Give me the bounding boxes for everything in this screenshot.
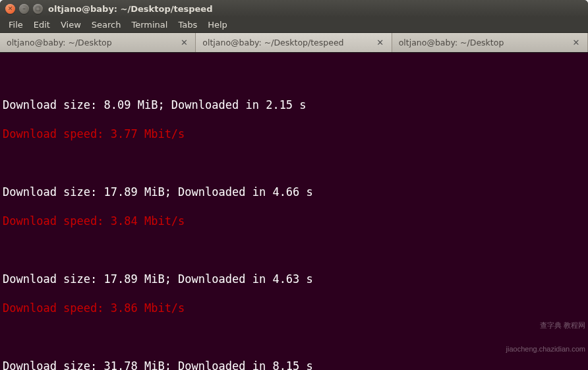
download-speed-line: Download speed: 3.86 Mbit/s (3, 301, 585, 315)
menubar: File Edit View Search Terminal Tabs Help (0, 17, 588, 33)
terminal-output[interactable]: Download size: 8.09 MiB; Downloaded in 2… (0, 53, 588, 370)
close-icon[interactable]: ✕ (5, 4, 15, 14)
menu-help[interactable]: Help (203, 18, 232, 31)
tab-2-active[interactable]: oltjano@baby: ~/Desktop/tespeed ✕ (196, 33, 392, 52)
output-line: Download size: 31.78 MiB; Downloaded in … (3, 359, 585, 370)
menu-search[interactable]: Search (87, 18, 126, 31)
watermark-text: jiaocheng.chazidian.com (506, 345, 585, 353)
tab-1[interactable]: oltjano@baby: ~/Desktop ✕ (0, 33, 196, 52)
tab-3[interactable]: oltjano@baby: ~/Desktop ✕ (392, 33, 588, 52)
terminal-window: ✕ – ▢ oltjano@baby: ~/Desktop/tespeed Fi… (0, 0, 588, 370)
tab-label: oltjano@baby: ~/Desktop (7, 38, 175, 47)
minimize-icon[interactable]: – (19, 4, 29, 14)
close-icon[interactable]: ✕ (179, 38, 189, 47)
download-speed-line: Download speed: 3.77 Mbit/s (3, 127, 585, 141)
titlebar[interactable]: ✕ – ▢ oltjano@baby: ~/Desktop/tespeed (0, 0, 588, 17)
close-icon[interactable]: ✕ (376, 38, 385, 47)
tab-label: oltjano@baby: ~/Desktop (399, 38, 568, 47)
output-line: Download size: 17.89 MiB; Downloaded in … (3, 272, 585, 286)
watermark-text: 查字典 教程网 (506, 321, 585, 329)
download-speed-line: Download speed: 3.84 Mbit/s (3, 214, 585, 228)
output-line: Download size: 8.09 MiB; Downloaded in 2… (3, 98, 585, 112)
window-controls: ✕ – ▢ (5, 4, 43, 14)
output-line (3, 156, 585, 170)
tabbar: oltjano@baby: ~/Desktop ✕ oltjano@baby: … (0, 33, 588, 53)
output-line (3, 69, 585, 83)
output-line: Download size: 17.89 MiB; Downloaded in … (3, 185, 585, 199)
tab-label: oltjano@baby: ~/Desktop/tespeed (202, 38, 371, 47)
output-line (3, 330, 585, 344)
menu-edit[interactable]: Edit (29, 18, 55, 31)
maximize-icon[interactable]: ▢ (33, 4, 43, 14)
menu-view[interactable]: View (56, 18, 86, 31)
menu-file[interactable]: File (4, 18, 28, 31)
close-icon[interactable]: ✕ (572, 38, 581, 47)
menu-tabs[interactable]: Tabs (173, 18, 202, 31)
output-line (3, 243, 585, 257)
window-title: oltjano@baby: ~/Desktop/tespeed (48, 4, 212, 14)
menu-terminal[interactable]: Terminal (127, 18, 172, 31)
